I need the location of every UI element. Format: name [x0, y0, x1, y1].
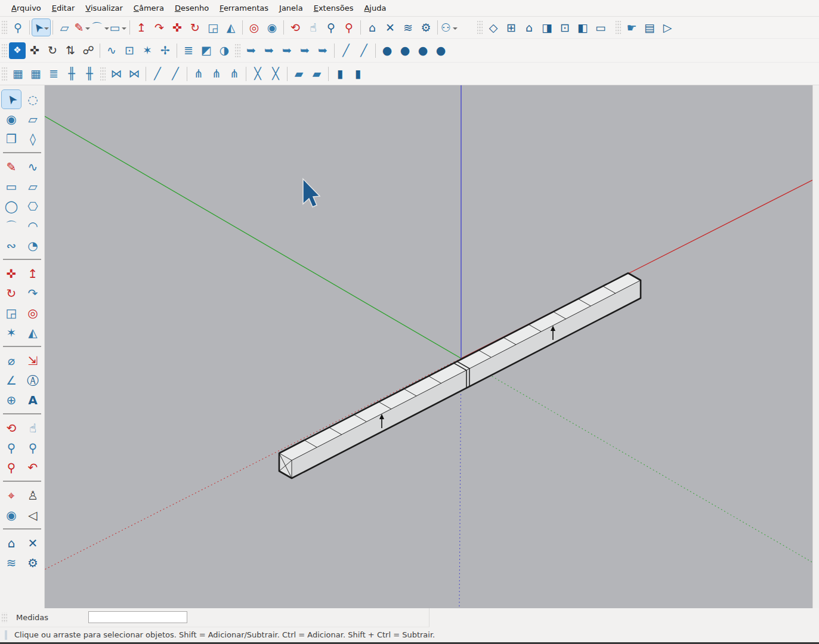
zoom-camera-tool[interactable]: ⚲: [322, 19, 340, 36]
extension-warehouse-button[interactable]: ✕: [381, 19, 399, 36]
orbit-tool[interactable]: ⟲: [2, 419, 21, 437]
3d-warehouse-button[interactable]: ⌂: [2, 534, 21, 552]
3d-viewport[interactable]: [45, 85, 812, 608]
copy-in-place-tool[interactable]: ⊡: [120, 42, 138, 59]
back-view-button[interactable]: ⊡: [556, 19, 574, 36]
spline-tool[interactable]: ∿: [103, 42, 120, 59]
move-tool[interactable]: ✜: [2, 264, 21, 283]
railing-edit-tool[interactable]: ╫: [81, 66, 98, 82]
position-camera-tool[interactable]: ⌖: [2, 486, 21, 504]
half-circle-tool[interactable]: ◑: [215, 42, 233, 59]
menu-desenho[interactable]: Desenho: [169, 4, 214, 13]
model-canvas[interactable]: [45, 85, 812, 608]
rotate-tool[interactable]: ↻: [186, 19, 204, 36]
zoom-tool[interactable]: ⚲: [2, 438, 21, 457]
two-point-arc-tool[interactable]: ◠: [23, 216, 42, 235]
beam-edit-tool[interactable]: ╱: [166, 66, 184, 82]
extension-warehouse-button[interactable]: ✕: [23, 534, 42, 552]
menu-camera[interactable]: Câmera: [128, 4, 169, 13]
x-brace-insert-tool[interactable]: ╳: [249, 66, 267, 82]
node-edit-tool[interactable]: ❖: [9, 42, 26, 59]
layer-stack-tool[interactable]: ≣: [180, 42, 197, 59]
trimble-connect-button[interactable]: ≋: [399, 19, 417, 36]
look-around-tool[interactable]: ◉: [2, 506, 21, 524]
arc-tool[interactable]: ⌒: [2, 216, 21, 235]
bottom-view-button[interactable]: ▭: [592, 19, 610, 36]
pan-tool[interactable]: ☝: [304, 19, 322, 36]
material-sample-tool[interactable]: ◊: [23, 129, 42, 148]
3d-text-tool[interactable]: A: [23, 391, 42, 409]
flip-tool[interactable]: ◭: [23, 323, 42, 342]
previous-view-tool[interactable]: ↶: [23, 458, 42, 476]
front-view-button[interactable]: ⌂: [520, 19, 538, 36]
menu-ajuda[interactable]: Ajuda: [358, 4, 391, 13]
select-tool[interactable]: ➤: [32, 19, 50, 36]
stairs-tool[interactable]: ≣: [45, 66, 63, 82]
offset-tool[interactable]: ◎: [23, 304, 42, 322]
follow-me-tool[interactable]: ↷: [150, 19, 168, 36]
orbit-tool[interactable]: ⟲: [286, 19, 304, 36]
profile-insert-tool[interactable]: ➥: [242, 42, 260, 59]
sphere-add-tool[interactable]: ●: [378, 42, 396, 59]
pie-tool[interactable]: ◔: [23, 236, 42, 255]
paint-bucket-tool[interactable]: ◉: [263, 19, 281, 36]
interact-tool[interactable]: ☛: [623, 19, 641, 36]
eraser-tool[interactable]: ▱: [23, 110, 42, 128]
eraser-tool[interactable]: ▱: [55, 19, 73, 36]
standard-insert-tool[interactable]: ⋔: [190, 66, 208, 82]
standard-info-tool[interactable]: ⋔: [208, 66, 225, 82]
panel-edit-tool[interactable]: ▰: [308, 66, 326, 82]
text-tool[interactable]: Ⓐ: [23, 371, 42, 389]
menu-janela[interactable]: Janela: [274, 4, 308, 13]
menu-visualizar[interactable]: Visualizar: [80, 4, 128, 13]
field-of-view-tool[interactable]: ◁: [23, 506, 42, 524]
move-tool[interactable]: ✜: [168, 19, 186, 36]
sphere-swap-tool[interactable]: ●: [432, 42, 450, 59]
paint-bucket-tool[interactable]: ◉: [2, 110, 21, 128]
menu-arquivo[interactable]: Arquivo: [6, 4, 47, 13]
pan-tool[interactable]: ☝: [23, 419, 42, 437]
section-plane-tool[interactable]: ⊕: [2, 391, 21, 409]
nudge-tool[interactable]: ✢: [156, 42, 174, 59]
menu-editar[interactable]: Editar: [47, 4, 81, 13]
half-square-tool[interactable]: ◩: [197, 42, 215, 59]
rectangle-tool[interactable]: ▭: [2, 177, 21, 196]
profile-trim-tool[interactable]: ➥: [296, 42, 314, 59]
component-attributes-button[interactable]: ▷: [659, 19, 676, 36]
smart-axes-tool[interactable]: ✶: [138, 42, 156, 59]
menu-extensoes[interactable]: Extensões: [308, 4, 359, 13]
platform-edit-tool[interactable]: ▦: [27, 66, 45, 82]
dimensions-tool[interactable]: ⇲: [23, 351, 42, 370]
top-view-button[interactable]: ⊞: [502, 19, 520, 36]
platform-insert-tool[interactable]: ▦: [9, 66, 27, 82]
zoom-window-tool[interactable]: ⚲: [23, 438, 42, 457]
protractor-tool[interactable]: ∠: [2, 371, 21, 389]
left-view-button[interactable]: ◧: [574, 19, 592, 36]
iso-view-button[interactable]: ◇: [484, 19, 502, 36]
freehand-tool[interactable]: ∿: [23, 157, 42, 176]
arc-tool[interactable]: ⌒: [91, 19, 109, 36]
circle-tool[interactable]: ◯: [2, 197, 21, 215]
zoom-extents-tool[interactable]: ⚲: [2, 458, 21, 476]
block-insert-tool[interactable]: ▮: [331, 66, 349, 82]
scale-tool[interactable]: ◲: [2, 304, 21, 322]
zoom-tool[interactable]: ⚲: [9, 19, 27, 36]
extension-manager-button[interactable]: ⚙: [417, 19, 435, 36]
x-brace-edit-tool[interactable]: ╳: [267, 66, 285, 82]
account-button[interactable]: ⚇: [440, 19, 458, 36]
panel-insert-tool[interactable]: ▰: [290, 66, 308, 82]
menu-ferramentas[interactable]: Ferramentas: [214, 4, 274, 13]
extension-manager-button[interactable]: ⚙: [23, 553, 42, 572]
truss-edit-tool[interactable]: ⋈: [125, 66, 143, 82]
profile-settings-tool[interactable]: ➥: [314, 42, 332, 59]
push-pull-tool[interactable]: ↥: [23, 264, 42, 283]
sphere-settings-tool[interactable]: ●: [414, 42, 432, 59]
lasso-select-tool[interactable]: ◌: [23, 90, 42, 109]
rectangle-tool[interactable]: ▭: [109, 19, 127, 36]
flip-tool[interactable]: ◭: [222, 19, 240, 36]
line-tool[interactable]: ✎: [2, 157, 21, 176]
swap-up-down-tool[interactable]: ⇅: [61, 42, 79, 59]
offset-tool[interactable]: ◎: [245, 19, 263, 36]
select-tool[interactable]: ➤: [2, 90, 21, 109]
rotate-objects-tool[interactable]: ↻: [44, 42, 61, 59]
